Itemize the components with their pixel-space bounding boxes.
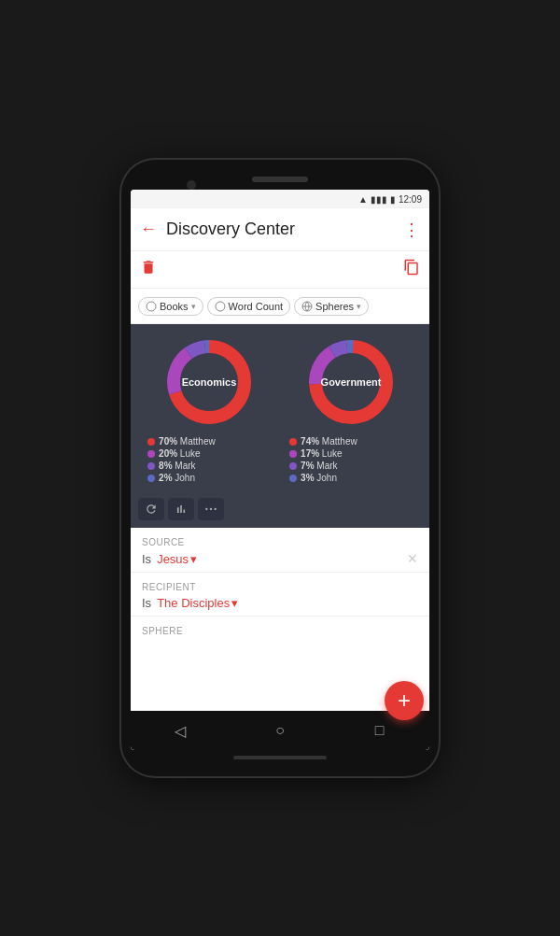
delete-button[interactable] xyxy=(140,259,157,280)
source-value-dropdown[interactable]: Jesus ▾ xyxy=(157,552,197,566)
legend-item: 3% John xyxy=(289,473,416,483)
recipient-value-text: The Disciples xyxy=(157,596,230,610)
legend-dot xyxy=(289,450,297,458)
recipient-section: RECIPIENT Is The Disciples ▾ xyxy=(131,573,429,617)
more-menu-button[interactable]: ⋮ xyxy=(403,220,420,240)
books-filter-label: Books xyxy=(160,301,189,312)
spheres-filter-label: Spheres xyxy=(315,301,354,312)
word-count-filter[interactable]: Word Count xyxy=(207,297,291,316)
home-nav-button[interactable]: ○ xyxy=(263,714,297,747)
svg-point-14 xyxy=(205,508,207,510)
spheres-filter[interactable]: Spheres ▾ xyxy=(294,297,369,316)
recipient-dropdown-icon: ▾ xyxy=(231,596,238,610)
chart-controls xyxy=(138,498,422,520)
legend-dot xyxy=(147,462,155,470)
legend-dot xyxy=(289,438,297,446)
donut-government: Government xyxy=(304,335,398,429)
recipient-value-dropdown[interactable]: The Disciples ▾ xyxy=(157,596,238,610)
chart-dots-button[interactable] xyxy=(198,498,224,520)
legend-dot xyxy=(289,462,297,470)
chart-economics: Economics 70% Matthew 20% Luke xyxy=(144,335,274,485)
time-label: 12:09 xyxy=(399,194,422,205)
fab-add-button[interactable]: + xyxy=(385,681,424,720)
phone-home-bar xyxy=(233,756,327,759)
svg-point-15 xyxy=(210,508,212,510)
bottom-nav: ◁ ○ □ xyxy=(131,711,429,750)
status-bar: ▲ ▮▮▮ ▮ 12:09 xyxy=(131,190,429,208)
legend-government: 74% Matthew 17% Luke 7% Mark 3% Joh xyxy=(286,436,416,485)
source-label: SOURCE xyxy=(142,537,418,547)
legend-item: 8% Mark xyxy=(147,461,274,471)
chart-government: Government 74% Matthew 17% Luke xyxy=(286,335,416,485)
phone-camera xyxy=(187,180,196,190)
legend-item: 74% Matthew xyxy=(289,436,416,447)
recipient-is-label: Is xyxy=(142,596,151,610)
svg-point-1 xyxy=(216,302,225,311)
sphere-label: SPHERE xyxy=(142,626,418,636)
recipient-value-row: Is The Disciples ▾ xyxy=(142,596,238,610)
legend-economics: 70% Matthew 20% Luke 8% Mark 2% Joh xyxy=(144,436,274,485)
donut-economics-label: Economics xyxy=(182,376,237,388)
chart-area: Economics 70% Matthew 20% Luke xyxy=(131,324,429,528)
legend-item: 7% Mark xyxy=(289,461,416,471)
legend-item: 20% Luke xyxy=(147,448,274,459)
phone-speaker xyxy=(252,177,308,182)
source-section: SOURCE Is Jesus ▾ ✕ xyxy=(131,528,429,573)
charts-row: Economics 70% Matthew 20% Luke xyxy=(138,335,422,485)
chart-bar-button[interactable] xyxy=(168,498,194,520)
page-title: Discovery Center xyxy=(166,220,403,239)
books-chevron-icon: ▾ xyxy=(191,302,196,311)
status-icons: ▲ ▮▮▮ ▮ 12:09 xyxy=(358,194,422,205)
copy-button[interactable] xyxy=(403,259,420,280)
wifi-icon: ▲ xyxy=(358,194,368,205)
word-count-filter-label: Word Count xyxy=(229,301,284,312)
recent-nav-button[interactable]: □ xyxy=(363,714,397,747)
signal-icon: ▮▮▮ xyxy=(371,194,387,205)
filter-bar: Books ▾ Word Count Spheres ▾ xyxy=(131,289,429,324)
back-nav-button[interactable]: ◁ xyxy=(163,714,197,747)
donut-government-label: Government xyxy=(321,376,382,388)
legend-dot xyxy=(289,475,297,482)
svg-point-0 xyxy=(147,302,156,311)
app-bar: ← Discovery Center ⋮ xyxy=(131,208,429,251)
svg-point-16 xyxy=(215,508,217,510)
back-button[interactable]: ← xyxy=(140,220,157,239)
source-row: Is Jesus ▾ ✕ xyxy=(142,551,418,566)
legend-item: 70% Matthew xyxy=(147,436,274,447)
source-dropdown-icon: ▾ xyxy=(190,552,197,566)
chart-refresh-button[interactable] xyxy=(138,498,164,520)
books-filter[interactable]: Books ▾ xyxy=(138,297,203,316)
source-value-text: Jesus xyxy=(157,552,189,566)
legend-item: 17% Luke xyxy=(289,448,416,459)
source-value-row: Is Jesus ▾ xyxy=(142,552,197,566)
legend-dot xyxy=(147,438,155,446)
spheres-chevron-icon: ▾ xyxy=(357,302,361,311)
legend-item: 2% John xyxy=(147,473,274,483)
source-is-label: Is xyxy=(142,552,151,566)
battery-icon: ▮ xyxy=(390,194,396,205)
legend-dot xyxy=(147,475,155,482)
phone-screen: ▲ ▮▮▮ ▮ 12:09 ← Discovery Center ⋮ xyxy=(131,190,429,750)
recipient-label: RECIPIENT xyxy=(142,582,418,592)
phone-frame: ▲ ▮▮▮ ▮ 12:09 ← Discovery Center ⋮ xyxy=(121,160,439,776)
recipient-row: Is The Disciples ▾ xyxy=(142,596,418,610)
source-clear-button[interactable]: ✕ xyxy=(407,551,418,566)
donut-economics: Economics xyxy=(162,335,256,429)
legend-dot xyxy=(147,450,155,458)
toolbar xyxy=(131,251,429,289)
